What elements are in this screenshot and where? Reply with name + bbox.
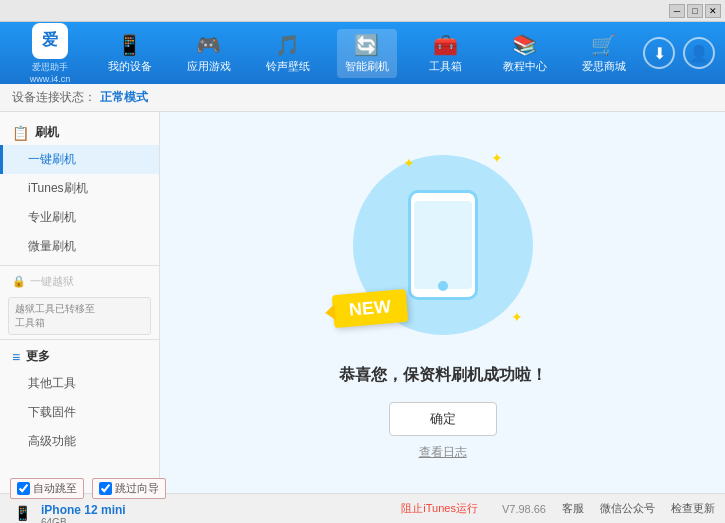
account-btn[interactable]: 👤 [683, 37, 715, 69]
checkbox-row: 自动跳至 跳过向导 [10, 478, 166, 499]
flash-section-icon: 📋 [12, 125, 29, 141]
minimize-btn[interactable]: ─ [669, 4, 685, 18]
device-storage: 64GB [41, 517, 126, 523]
bottom-left: 自动跳至 跳过向导 📱 iPhone 12 mini 64GB Down-12m… [10, 478, 401, 523]
status-bar: 设备连接状态： 正常模式 [0, 84, 725, 112]
other-tools-label: 其他工具 [28, 376, 76, 390]
status-value: 正常模式 [100, 89, 148, 106]
sparkle-1: ✦ [403, 155, 415, 171]
device-name: iPhone 12 mini [41, 503, 126, 517]
apps-games-icon: 🎮 [196, 33, 221, 57]
my-device-icon: 📱 [117, 33, 142, 57]
back-link[interactable]: 查看日志 [419, 444, 467, 461]
jailbreak-warning-text: 越狱工具已转移至 工具箱 [15, 303, 95, 328]
apps-games-label: 应用游戏 [187, 59, 231, 74]
device-info: iPhone 12 mini 64GB Down-12mini-13,1 [41, 503, 126, 523]
micro-flash-label: 微量刷机 [28, 239, 76, 253]
logo-line2: www.i4.cn [30, 74, 71, 84]
tutorials-icon: 📚 [512, 33, 537, 57]
device-section: 📱 iPhone 12 mini 64GB Down-12mini-13,1 [10, 503, 166, 523]
advanced-label: 高级功能 [28, 434, 76, 448]
sidebar-item-other-tools[interactable]: 其他工具 [0, 369, 159, 398]
download-firmware-label: 下载固件 [28, 405, 76, 419]
main-layout: 📋 刷机 一键刷机 iTunes刷机 专业刷机 微量刷机 🔒 一键越狱 越狱工具… [0, 112, 725, 493]
nav-istore[interactable]: 🛒 爱思商城 [574, 29, 634, 78]
logo-char: 爱 [42, 30, 58, 51]
istore-icon: 🛒 [591, 33, 616, 57]
sidebar-item-one-click-flash[interactable]: 一键刷机 [0, 145, 159, 174]
phone-home-btn [438, 281, 448, 291]
auto-jump-label: 自动跳至 [33, 481, 77, 496]
sidebar-item-itunes-flash[interactable]: iTunes刷机 [0, 174, 159, 203]
nav-my-device[interactable]: 📱 我的设备 [100, 29, 160, 78]
ringtones-label: 铃声壁纸 [266, 59, 310, 74]
bottom-bar: 自动跳至 跳过向导 📱 iPhone 12 mini 64GB Down-12m… [0, 493, 725, 523]
success-message: 恭喜您，保资料刷机成功啦！ [339, 365, 547, 386]
sidebar-item-pro-flash[interactable]: 专业刷机 [0, 203, 159, 232]
skip-guide-wrapper: 跳过向导 [92, 478, 166, 499]
flash-section-label: 刷机 [35, 124, 59, 141]
nav-bar: 爱 爱思助手 www.i4.cn 📱 我的设备 🎮 应用游戏 🎵 铃声壁纸 🔄 … [0, 22, 725, 84]
customer-service-link[interactable]: 客服 [562, 501, 584, 516]
restore-btn[interactable]: □ [687, 4, 703, 18]
phone-shape [408, 190, 478, 300]
one-click-flash-label: 一键刷机 [28, 152, 76, 166]
no-itunes-label: 阻止iTunes运行 [401, 501, 478, 516]
sidebar-jailbreak-header: 🔒 一键越狱 [0, 270, 159, 293]
sidebar: 📋 刷机 一键刷机 iTunes刷机 专业刷机 微量刷机 🔒 一键越狱 越狱工具… [0, 112, 160, 493]
nav-ringtones[interactable]: 🎵 铃声壁纸 [258, 29, 318, 78]
toolbox-label: 工具箱 [429, 59, 462, 74]
skip-guide-checkbox[interactable] [99, 482, 112, 495]
device-phone-icon: 📱 [14, 505, 31, 521]
logo-line1: 爱思助手 [32, 61, 68, 74]
tutorials-label: 教程中心 [503, 59, 547, 74]
sparkle-2: ✦ [491, 150, 503, 166]
sidebar-item-advanced[interactable]: 高级功能 [0, 427, 159, 456]
istore-label: 爱思商城 [582, 59, 626, 74]
my-device-label: 我的设备 [108, 59, 152, 74]
sidebar-divider-1 [0, 265, 159, 266]
nav-smart-flash[interactable]: 🔄 智能刷机 [337, 29, 397, 78]
itunes-flash-label: iTunes刷机 [28, 181, 88, 195]
status-label: 设备连接状态： [12, 89, 96, 106]
new-badge: NEW [331, 288, 408, 327]
bottom-right: 阻止iTunes运行 V7.98.66 客服 微信公众号 检查更新 [401, 501, 715, 516]
jailbreak-lock-icon: 🔒 [12, 275, 26, 288]
nav-apps-games[interactable]: 🎮 应用游戏 [179, 29, 239, 78]
check-update-link[interactable]: 检查更新 [671, 501, 715, 516]
toolbox-icon: 🧰 [433, 33, 458, 57]
download-btn[interactable]: ⬇ [643, 37, 675, 69]
title-bar: ─ □ ✕ [0, 0, 725, 22]
nav-tutorials[interactable]: 📚 教程中心 [495, 29, 555, 78]
smart-flash-label: 智能刷机 [345, 59, 389, 74]
logo: 爱 爱思助手 www.i4.cn [10, 23, 90, 84]
sidebar-item-micro-flash[interactable]: 微量刷机 [0, 232, 159, 261]
sidebar-item-download-firmware[interactable]: 下载固件 [0, 398, 159, 427]
version-label: V7.98.66 [502, 503, 546, 515]
nav-items: 📱 我的设备 🎮 应用游戏 🎵 铃声壁纸 🔄 智能刷机 🧰 工具箱 📚 教程中心… [90, 29, 643, 78]
ringtones-icon: 🎵 [275, 33, 300, 57]
sidebar-flash-header: 📋 刷机 [0, 120, 159, 145]
confirm-button[interactable]: 确定 [389, 402, 497, 436]
nav-toolbox[interactable]: 🧰 工具箱 [416, 29, 476, 78]
phone-screen [414, 201, 472, 289]
logo-icon: 爱 [32, 23, 68, 59]
more-section-label: 更多 [26, 348, 50, 365]
window-controls[interactable]: ─ □ ✕ [669, 4, 721, 18]
smart-flash-icon: 🔄 [354, 33, 379, 57]
wechat-link[interactable]: 微信公众号 [600, 501, 655, 516]
jailbreak-label: 一键越狱 [30, 274, 74, 289]
auto-jump-checkbox[interactable] [17, 482, 30, 495]
sidebar-more-header: ≡ 更多 [0, 344, 159, 369]
sidebar-divider-2 [0, 339, 159, 340]
more-section-icon: ≡ [12, 349, 20, 365]
pro-flash-label: 专业刷机 [28, 210, 76, 224]
content-area: NEW ✦ ✦ ✦ 恭喜您，保资料刷机成功啦！ 确定 查看日志 [160, 112, 725, 493]
jailbreak-warning: 越狱工具已转移至 工具箱 [8, 297, 151, 335]
skip-guide-label: 跳过向导 [115, 481, 159, 496]
nav-right: ⬇ 👤 [643, 37, 715, 69]
auto-jump-wrapper: 自动跳至 [10, 478, 84, 499]
success-illustration: NEW ✦ ✦ ✦ [343, 145, 543, 345]
close-btn[interactable]: ✕ [705, 4, 721, 18]
sparkle-3: ✦ [511, 309, 523, 325]
